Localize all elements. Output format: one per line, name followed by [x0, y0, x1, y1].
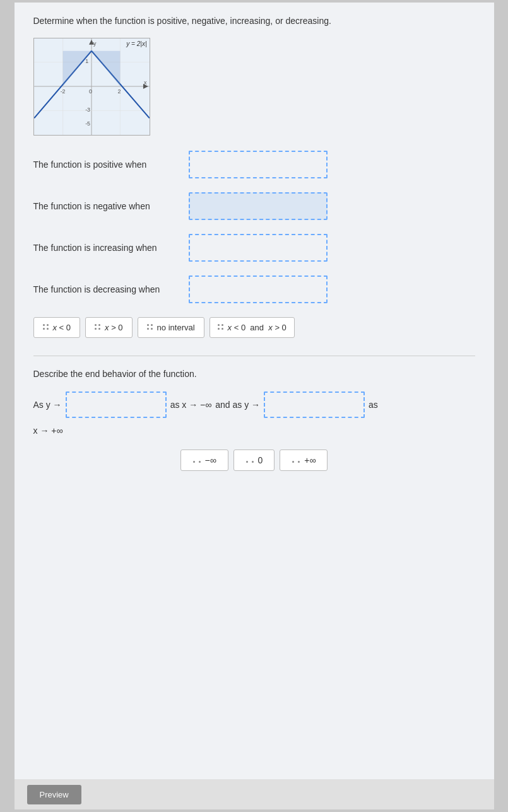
- option-no-interval-label: no interval: [157, 323, 195, 332]
- option-x-gt-0[interactable]: x > 0: [85, 317, 133, 338]
- graph-label: y = 2|x|: [126, 40, 146, 47]
- svg-text:2: 2: [117, 88, 121, 94]
- preview-button[interactable]: Preview: [27, 785, 81, 804]
- as-x-neg-inf-text: as x → −∞: [170, 400, 212, 410]
- x-pos-inf-text: x → +∞: [33, 426, 63, 436]
- end-fill-box-2[interactable]: [264, 392, 365, 418]
- negative-row: The function is negative when: [33, 192, 475, 220]
- end-pos-inf-label: +∞: [304, 455, 316, 465]
- as-y-label: As y →: [33, 400, 62, 410]
- drag-dots-3: [147, 324, 153, 330]
- drag-dots-2: [95, 324, 101, 330]
- positive-fill-box[interactable]: [189, 151, 328, 178]
- as-label2: as: [369, 400, 378, 410]
- svg-text:x: x: [143, 79, 146, 86]
- end-behavior-row: As y → as x → −∞ and as y → as: [33, 392, 475, 418]
- x-pos-inf-row: x → +∞: [33, 426, 475, 436]
- option-both-label: x < 0 and x > 0: [228, 323, 286, 332]
- positive-label: The function is positive when: [33, 160, 185, 170]
- bottom-bar: Preview: [15, 779, 494, 809]
- drag-dots-1: [43, 324, 49, 330]
- end-fill-box-1[interactable]: [66, 392, 167, 418]
- decreasing-label: The function is decreasing when: [33, 284, 185, 294]
- option-x-lt-0-label: x < 0: [53, 323, 71, 332]
- end-neg-inf-label: −∞: [205, 455, 216, 465]
- options-row: x < 0 x > 0 no interval x < 0 and x > 0: [33, 317, 475, 338]
- increasing-fill-box[interactable]: [189, 234, 328, 262]
- decreasing-fill-box[interactable]: [189, 276, 328, 303]
- drag-dots-7: [292, 455, 300, 465]
- svg-marker-11: [92, 50, 120, 86]
- end-option-zero[interactable]: 0: [233, 450, 275, 471]
- section-divider: [33, 356, 475, 356]
- svg-text:0: 0: [89, 88, 92, 94]
- svg-text:-5: -5: [85, 120, 90, 127]
- option-x-gt-0-label: x > 0: [105, 323, 123, 332]
- svg-text:y: y: [93, 40, 96, 46]
- drag-dots-4: [218, 324, 224, 330]
- svg-text:1: 1: [85, 58, 88, 64]
- fill-rows-container: The function is positive when The functi…: [33, 151, 475, 303]
- drag-dots-5: [192, 455, 201, 465]
- negative-fill-box[interactable]: [189, 192, 328, 220]
- end-behavior-title: Describe the end behavior of the functio…: [33, 369, 475, 379]
- main-page: Determine when the function is positive,…: [15, 3, 494, 809]
- instructions-text: Determine when the function is positive,…: [33, 15, 475, 28]
- increasing-row: The function is increasing when: [33, 234, 475, 262]
- and-as-text: and as y →: [215, 400, 260, 410]
- svg-text:-3: -3: [85, 107, 90, 113]
- end-options-row: −∞ 0 +∞: [33, 450, 475, 471]
- option-x-lt-0[interactable]: x < 0: [33, 317, 81, 338]
- option-no-interval[interactable]: no interval: [138, 317, 204, 338]
- decreasing-row: The function is decreasing when: [33, 276, 475, 303]
- end-option-pos-inf[interactable]: +∞: [280, 450, 328, 471]
- end-zero-label: 0: [258, 455, 263, 465]
- graph-svg: 0 2 -2 1 -3 -5 y x: [34, 38, 150, 135]
- option-both[interactable]: x < 0 and x > 0: [210, 317, 295, 338]
- svg-text:-2: -2: [60, 88, 65, 94]
- drag-dots-6: [245, 455, 254, 465]
- end-option-neg-inf[interactable]: −∞: [180, 450, 228, 471]
- increasing-label: The function is increasing when: [33, 243, 185, 253]
- negative-label: The function is negative when: [33, 201, 185, 211]
- graph-container: y = 2|x| 0 2 -2 1: [33, 38, 150, 136]
- svg-marker-10: [62, 50, 91, 86]
- positive-row: The function is positive when: [33, 151, 475, 178]
